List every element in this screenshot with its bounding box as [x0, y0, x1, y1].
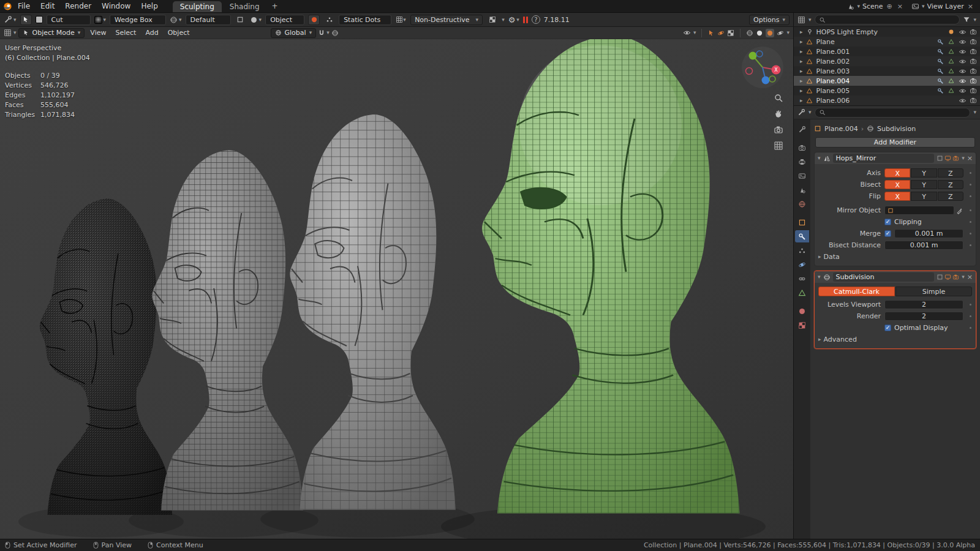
texture-mapping-icon[interactable]	[250, 16, 258, 24]
falloff-field[interactable]: Default	[186, 15, 231, 25]
hide-eye-icon[interactable]	[958, 38, 967, 45]
tab-particles[interactable]	[795, 244, 809, 257]
falloff-curve-icon[interactable]	[170, 16, 178, 24]
outliner-row-plane-005[interactable]: ▸ Plane.005	[794, 86, 980, 96]
flip-z-button[interactable]: Z	[938, 192, 963, 201]
tab-texture[interactable]	[795, 319, 809, 331]
tab-constraints[interactable]	[795, 272, 809, 285]
pause-button[interactable]	[523, 17, 528, 23]
workspace-tab-sculpting[interactable]: Sculpting	[173, 1, 222, 12]
tab-output[interactable]	[795, 156, 809, 168]
stroke-method-field[interactable]: Static Dots	[339, 15, 391, 25]
outliner-row-plane-001[interactable]: ▸ Plane.001	[794, 47, 980, 56]
pan-hand-icon[interactable]	[774, 109, 783, 119]
gizmo-axis-z[interactable]	[762, 77, 770, 84]
realtime-toggle-icon[interactable]	[944, 155, 951, 162]
tool-color-swatch[interactable]	[36, 16, 43, 23]
close-modifier-icon[interactable]: ×	[967, 154, 973, 162]
menu-edit[interactable]: Edit	[36, 1, 59, 11]
menu-window[interactable]: Window	[97, 1, 135, 11]
modifier-extras-menu[interactable]: ▾	[962, 274, 965, 280]
navigation-gizmo[interactable]: X	[741, 45, 785, 89]
brush-name-field[interactable]: Wedge Box	[110, 15, 166, 25]
bisect-z-button[interactable]: Z	[938, 180, 963, 189]
clipping-checkbox[interactable]: ✓	[884, 219, 891, 225]
hide-eye-icon[interactable]	[958, 97, 967, 104]
flip-x-button[interactable]: X	[884, 192, 910, 201]
snap-magnet-icon[interactable]	[318, 29, 325, 37]
tab-object[interactable]	[795, 216, 809, 228]
close-modifier-icon[interactable]: ×	[967, 273, 973, 281]
mirror-object-field[interactable]	[884, 206, 954, 215]
workflow-dropdown[interactable]: Non-Destructive▾	[410, 15, 483, 25]
tab-view-layer[interactable]	[795, 170, 809, 182]
stroke-color-icon[interactable]	[308, 15, 320, 25]
gear-icon[interactable]: ⚙	[508, 15, 516, 24]
xray-toggle-icon[interactable]	[727, 29, 734, 37]
shading-rendered-icon[interactable]	[777, 29, 784, 37]
hide-eye-icon[interactable]	[958, 58, 967, 65]
realtime-toggle-icon[interactable]	[944, 274, 951, 280]
tool-name-field[interactable]: Cut	[47, 15, 91, 25]
breadcrumb-object[interactable]: Plane.004	[824, 125, 858, 133]
merge-checkbox[interactable]: ✓	[884, 230, 891, 237]
hide-eye-icon[interactable]	[958, 77, 967, 84]
menu-select[interactable]: Select	[111, 29, 140, 37]
shading-solid-icon[interactable]	[756, 29, 763, 37]
overlays-toggle-icon[interactable]	[717, 29, 725, 37]
data-section-toggle[interactable]: ▸Data	[817, 251, 973, 262]
unlink-scene-button[interactable]: ×	[896, 2, 904, 10]
camera-view-icon[interactable]	[774, 125, 783, 135]
stroke-falloff-icon[interactable]: ▾	[395, 15, 407, 25]
gizmo-axis-y[interactable]	[749, 52, 757, 60]
hide-eye-icon[interactable]	[958, 87, 967, 94]
render-visibility-icon[interactable]	[969, 28, 978, 36]
bisect-x-button[interactable]: X	[884, 180, 910, 189]
menu-view[interactable]: View	[86, 29, 110, 37]
options-dropdown[interactable]: Options▾	[749, 15, 790, 25]
menu-render[interactable]: Render	[60, 1, 96, 11]
texture-mapping-field[interactable]: Object	[265, 15, 304, 25]
workspace-tab-shading[interactable]: Shading	[222, 1, 267, 12]
subdivision-name-field[interactable]: Subdivision	[833, 272, 935, 282]
menu-file[interactable]: File	[13, 1, 35, 11]
bisect-distance-field[interactable]: 0.001 m	[884, 241, 963, 250]
tab-modifiers[interactable]	[795, 230, 809, 242]
axis-y-button[interactable]: Y	[911, 168, 937, 178]
tab-physics[interactable]	[795, 258, 809, 271]
properties-editor-icon[interactable]	[797, 108, 805, 116]
render-visibility-icon[interactable]	[969, 97, 978, 104]
outliner-row-hops-light[interactable]: ▸ HOPS Light Empty	[794, 27, 980, 37]
simple-button[interactable]: Simple	[895, 287, 972, 296]
menu-add[interactable]: Add	[141, 29, 162, 37]
viewport-3d[interactable]: ▾ Object Mode▾ View Select Add Object Gl…	[0, 27, 793, 539]
blender-logo-icon[interactable]	[3, 2, 12, 11]
grid-view-icon[interactable]	[774, 141, 783, 151]
tab-object-data[interactable]	[795, 287, 809, 299]
merge-value-field[interactable]: 0.001 m	[894, 229, 963, 238]
render-visibility-icon[interactable]	[969, 58, 978, 65]
help-icon[interactable]: ?	[532, 15, 540, 24]
mirror-name-field[interactable]: Hops_Mirror	[833, 154, 935, 163]
tab-world[interactable]	[795, 198, 809, 210]
menu-help[interactable]: Help	[136, 1, 162, 11]
outliner-search[interactable]	[815, 15, 960, 24]
optimal-display-checkbox[interactable]: ✓	[884, 324, 891, 331]
render-visibility-icon[interactable]	[969, 67, 978, 75]
filter-icon[interactable]	[963, 16, 970, 23]
render-visibility-icon[interactable]	[969, 77, 978, 84]
render-toggle-icon[interactable]	[952, 155, 959, 162]
tab-tool[interactable]	[795, 123, 809, 135]
tab-material[interactable]	[795, 305, 809, 317]
properties-search[interactable]	[815, 108, 971, 118]
axis-x-button[interactable]: X	[884, 168, 910, 178]
hide-eye-icon[interactable]	[958, 28, 967, 36]
properties-search-input[interactable]	[828, 108, 967, 116]
viewport-canvas[interactable]	[0, 39, 793, 539]
lock-icon[interactable]	[235, 15, 246, 25]
add-workspace-button[interactable]: +	[268, 2, 282, 10]
outliner-row-plane-006[interactable]: ▸ Plane.006	[794, 96, 980, 105]
outliner-search-input[interactable]	[828, 16, 956, 24]
outliner-row-plane-002[interactable]: ▸ Plane.002	[794, 56, 980, 66]
subdivision-modifier-header[interactable]: ▾ Subdivision ▾ ×	[815, 271, 976, 283]
